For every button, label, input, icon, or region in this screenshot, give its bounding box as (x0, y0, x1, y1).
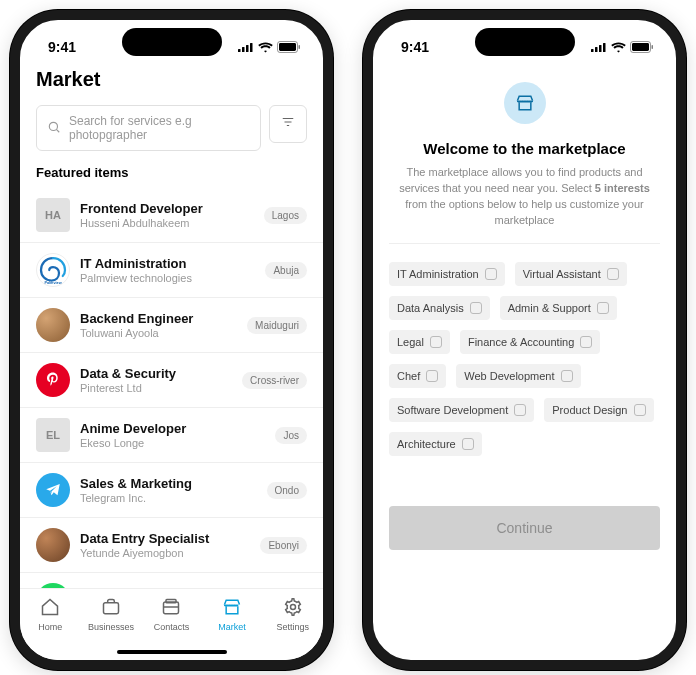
listing-subtitle: Husseni Abdulhakeem (80, 217, 254, 229)
filter-button[interactable] (269, 105, 307, 143)
listing-row[interactable]: Sales & MarketingSnapchat InOndo (20, 573, 323, 588)
tab-icon (222, 597, 242, 619)
chip-label: Web Development (464, 370, 554, 382)
featured-list: HAFrontend DeveloperHusseni AbdulhakeemL… (20, 188, 323, 588)
listing-row[interactable]: Sales & MarketingTelegram Inc.Ondo (20, 463, 323, 518)
checkbox-icon (462, 438, 474, 450)
search-placeholder: Search for services e.g photopgrapher (69, 114, 250, 142)
checkbox-icon (634, 404, 646, 416)
interest-chip[interactable]: Virtual Assistant (515, 262, 627, 286)
interest-chip[interactable]: Product Design (544, 398, 653, 422)
listing-body: Data Entry SpecialistYetunde Aiyemogbon (80, 531, 250, 559)
interest-chip[interactable]: Chef (389, 364, 446, 388)
chip-label: Architecture (397, 438, 456, 450)
chip-label: Virtual Assistant (523, 268, 601, 280)
tab-icon (161, 597, 181, 619)
tab-label: Home (38, 622, 62, 632)
wifi-icon (611, 42, 626, 53)
tab-label: Market (218, 622, 246, 632)
svg-rect-1 (242, 47, 245, 52)
phone-market: 9:41 Market Search for services e.g phot… (10, 10, 333, 670)
listing-row[interactable]: Data & SecurityPinterest LtdCross-river (20, 353, 323, 408)
tab-businesses[interactable]: Businesses (84, 597, 138, 632)
checkbox-icon (580, 336, 592, 348)
listing-title: Sales & Marketing (80, 476, 257, 491)
svg-rect-19 (591, 49, 594, 52)
svg-rect-25 (652, 45, 654, 49)
search-icon (47, 120, 61, 137)
listing-title: Backend Engineer (80, 311, 237, 326)
chip-label: Admin & Support (508, 302, 591, 314)
interest-chip[interactable]: Admin & Support (500, 296, 617, 320)
tab-settings[interactable]: Settings (266, 597, 320, 632)
listing-title: Frontend Developer (80, 201, 254, 216)
location-badge: Ondo (267, 482, 307, 499)
tab-market[interactable]: Market (205, 597, 259, 632)
interest-chips: IT AdministrationVirtual AssistantData A… (389, 262, 660, 456)
tab-icon (40, 597, 60, 619)
listing-row[interactable]: ELAnime DeveloperEkeso LongeJos (20, 408, 323, 463)
listing-title: Anime Developer (80, 421, 265, 436)
location-badge: Lagos (264, 207, 307, 224)
listing-subtitle: Pinterest Ltd (80, 382, 232, 394)
svg-rect-3 (250, 43, 253, 52)
listing-row[interactable]: Data Entry SpecialistYetunde AiyemogbonE… (20, 518, 323, 573)
tab-contacts[interactable]: Contacts (144, 597, 198, 632)
listing-avatar: HA (36, 198, 70, 232)
svg-rect-14 (103, 603, 118, 614)
notch (122, 28, 222, 56)
signal-icon (238, 42, 254, 52)
svg-point-7 (49, 122, 57, 130)
listing-avatar: Palmview (36, 253, 70, 287)
welcome-desc: The marketplace allows you to find produ… (389, 165, 660, 229)
home-indicator (117, 650, 227, 654)
notch (475, 28, 575, 56)
listing-body: Anime DeveloperEkeso Longe (80, 421, 265, 449)
tab-label: Contacts (154, 622, 190, 632)
checkbox-icon (485, 268, 497, 280)
tab-home[interactable]: Home (23, 597, 77, 632)
interest-chip[interactable]: IT Administration (389, 262, 505, 286)
svg-rect-5 (279, 43, 296, 51)
listing-title: Data & Security (80, 366, 232, 381)
interest-chip[interactable]: Data Analysis (389, 296, 490, 320)
featured-heading: Featured items (36, 165, 307, 180)
location-badge: Ebonyi (260, 537, 307, 554)
tab-label: Settings (276, 622, 309, 632)
continue-button[interactable]: Continue (389, 506, 660, 550)
marketplace-icon (504, 82, 546, 124)
svg-rect-0 (238, 49, 241, 52)
battery-icon (277, 41, 301, 53)
chip-label: Legal (397, 336, 424, 348)
svg-rect-16 (166, 600, 176, 603)
checkbox-icon (514, 404, 526, 416)
svg-rect-6 (299, 45, 301, 49)
listing-avatar: EL (36, 418, 70, 452)
chip-label: Product Design (552, 404, 627, 416)
listing-row[interactable]: Backend EngineerToluwani AyoolaMaiduguri (20, 298, 323, 353)
listing-row[interactable]: PalmviewIT AdministrationPalmview techno… (20, 243, 323, 298)
status-time: 9:41 (48, 39, 76, 55)
location-badge: Abuja (265, 262, 307, 279)
chip-label: Finance & Accounting (468, 336, 574, 348)
listing-title: IT Administration (80, 256, 255, 271)
interest-chip[interactable]: Software Development (389, 398, 534, 422)
location-badge: Jos (275, 427, 307, 444)
svg-line-8 (56, 129, 59, 132)
chip-label: IT Administration (397, 268, 479, 280)
checkbox-icon (607, 268, 619, 280)
listing-row[interactable]: HAFrontend DeveloperHusseni AbdulhakeemL… (20, 188, 323, 243)
divider (389, 243, 660, 244)
svg-rect-15 (164, 602, 179, 614)
listing-subtitle: Palmview technologies (80, 272, 255, 284)
interest-chip[interactable]: Web Development (456, 364, 580, 388)
listing-body: Backend EngineerToluwani Ayoola (80, 311, 237, 339)
tab-icon (101, 597, 121, 619)
interest-chip[interactable]: Architecture (389, 432, 482, 456)
chip-label: Chef (397, 370, 420, 382)
tab-bar: HomeBusinessesContactsMarketSettings (20, 588, 323, 660)
interest-chip[interactable]: Finance & Accounting (460, 330, 600, 354)
search-input[interactable]: Search for services e.g photopgrapher (36, 105, 261, 151)
interest-chip[interactable]: Legal (389, 330, 450, 354)
battery-icon (630, 41, 654, 53)
